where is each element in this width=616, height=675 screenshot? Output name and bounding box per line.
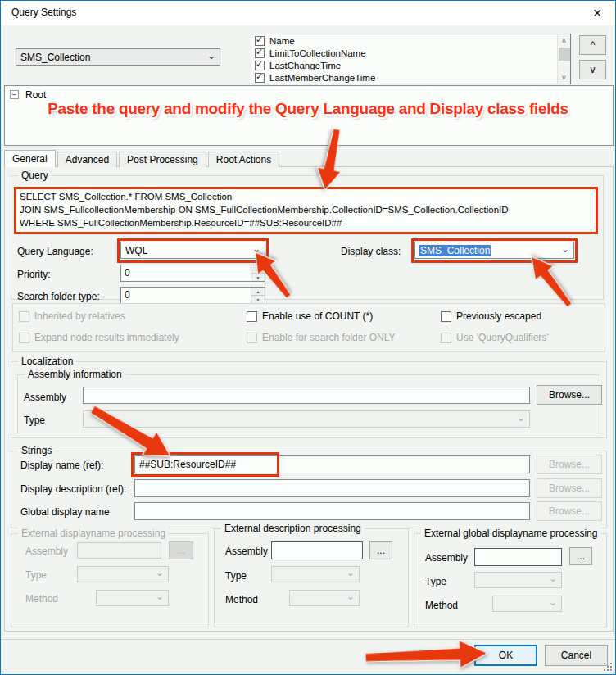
assembly-browse-button[interactable]: Browse... [537, 385, 602, 405]
checkbox-checked-icon[interactable]: ✓ [255, 73, 265, 83]
list-item-label: LastMemberChangeTime [270, 73, 375, 83]
scrollbar-thumb[interactable] [559, 48, 570, 61]
query-line: SELECT SMS_Collection.* FROM SMS_Collect… [20, 190, 592, 203]
search-folder-type-label: Search folder type: [17, 291, 100, 302]
external-displayname-group-label: External displayname processing [18, 528, 169, 539]
move-down-button[interactable]: v [579, 60, 606, 79]
checkbox-label: Inherited by relatives [34, 310, 125, 322]
assembly-field [77, 542, 161, 559]
display-class-label: Display class: [341, 246, 401, 257]
type-select: ⌄ [474, 572, 562, 588]
type-label: Type [425, 576, 446, 587]
display-description-ref-field[interactable] [134, 479, 530, 497]
query-text-input[interactable]: SELECT SMS_Collection.* FROM SMS_Collect… [14, 187, 598, 234]
search-folder-type-stepper[interactable]: 0 ▲ ▼ [120, 287, 265, 304]
global-display-name-label: Global display name [20, 506, 110, 518]
close-icon[interactable]: ✕ [579, 1, 615, 25]
move-up-button[interactable]: ^ [579, 35, 606, 55]
footer-divider [1, 639, 616, 640]
method-label: Method [25, 593, 58, 605]
assembly-label: Assembly [225, 546, 268, 557]
class-select[interactable]: SMS_Collection ⌄ [16, 48, 220, 66]
assembly-label: Assembly [24, 392, 66, 403]
property-list[interactable]: ✓ Name ✓ LimitToCollectionName ✓ LastCha… [251, 34, 571, 84]
class-select-value: SMS_Collection [20, 52, 90, 63]
scrollbar[interactable]: ˄ ˅ [557, 34, 570, 84]
cancel-button[interactable]: Cancel [545, 645, 608, 666]
list-item-label: Name [270, 36, 295, 46]
priority-stepper[interactable]: 0 ▲ ▼ [120, 265, 265, 282]
type-select: ⌄ [83, 410, 530, 428]
spin-down-icon[interactable]: ▼ [251, 296, 265, 303]
highlight-box-display-class [411, 238, 578, 263]
title-bar[interactable]: Query Settings ✕ [1, 1, 615, 25]
checkbox-use-queryqualifiers: Use 'QueryQualifiers' [441, 332, 549, 343]
tab-general[interactable]: General [4, 150, 56, 167]
checkbox-icon [19, 311, 29, 322]
list-item-label: LastChangeTime [270, 61, 341, 70]
scroll-down-icon[interactable]: ˅ [558, 71, 570, 84]
global-display-name-field[interactable] [134, 502, 530, 520]
checkbox-label: Expand node results immediately [34, 332, 179, 343]
checkbox-previously-escaped[interactable]: Previously escaped [441, 310, 541, 322]
display-description-ref-label: Display description (ref): [20, 483, 126, 495]
assembly-ellipsis-button[interactable]: ... [369, 541, 392, 559]
priority-label: Priority: [17, 269, 51, 280]
query-line: WHERE SMS_FullCollectionMembership.Resou… [20, 216, 592, 229]
tab-strip: General Advanced Post Processing Root Ac… [4, 150, 281, 167]
display-name-ref-label: Display name (ref): [20, 460, 103, 471]
list-item[interactable]: ✓ LastMemberChangeTime [251, 71, 570, 84]
checkbox-checked-icon[interactable]: ✓ [255, 36, 265, 46]
localization-group-label: Localization [18, 356, 76, 367]
assembly-information-label: Assembly information [25, 369, 125, 380]
spin-up-icon[interactable]: ▲ [251, 288, 265, 296]
global-display-name-browse-button: Browse... [537, 501, 602, 521]
strings-group-label: Strings [18, 445, 55, 456]
list-item[interactable]: ✓ LimitToCollectionName [251, 47, 570, 59]
scroll-up-icon[interactable]: ˄ [558, 34, 570, 47]
search-folder-type-value: 0 [121, 288, 251, 303]
list-item[interactable]: ✓ Name [251, 34, 570, 47]
query-line: JOIN SMS_FullcollectionMembership ON SMS… [20, 203, 592, 216]
checkbox-enable-count[interactable]: Enable use of COUNT (*) [247, 310, 373, 322]
tree-collapse-icon[interactable]: − [10, 90, 19, 99]
tree-root-node[interactable]: Root [25, 89, 46, 101]
checkbox-icon [247, 333, 257, 343]
type-label: Type [225, 570, 247, 582]
checkbox-checked-icon[interactable]: ✓ [255, 48, 265, 58]
query-language-label: Query Language: [17, 246, 93, 257]
checkbox-expand-node-results: Expand node results immediately [19, 332, 179, 343]
method-label: Method [225, 594, 258, 605]
checkbox-inherited-by-relatives: Inherited by relatives [19, 310, 125, 322]
checkbox-icon [19, 333, 29, 343]
assembly-label: Assembly [25, 546, 68, 557]
checkbox-checked-icon[interactable]: ✓ [255, 61, 265, 70]
window-title: Query Settings [11, 7, 76, 18]
method-select: ⌄ [96, 590, 169, 606]
assembly-field[interactable] [474, 548, 562, 566]
tab-post-processing[interactable]: Post Processing [119, 152, 206, 167]
list-item-label: LimitToCollectionName [270, 48, 366, 58]
list-item[interactable]: ✓ LastChangeTime [251, 59, 570, 71]
assembly-ellipsis-button: ... [169, 541, 193, 559]
checkbox-icon[interactable] [247, 311, 257, 322]
type-label: Type [24, 415, 45, 426]
type-select: ⌄ [271, 566, 360, 582]
tab-advanced[interactable]: Advanced [57, 152, 117, 167]
method-select: ⌄ [492, 596, 562, 612]
checkbox-icon[interactable] [441, 311, 451, 322]
assembly-ellipsis-button[interactable]: ... [569, 547, 592, 565]
tab-root-actions[interactable]: Root Actions [208, 152, 279, 167]
assembly-label: Assembly [425, 552, 468, 564]
assembly-field[interactable] [83, 387, 530, 404]
checkbox-label: Previously escaped [456, 310, 541, 322]
external-global-displayname-group-label: External global displayname processing [421, 528, 600, 539]
assembly-field[interactable] [271, 541, 363, 559]
external-description-group-label: External description processing [221, 523, 365, 534]
resize-grip[interactable] [604, 663, 605, 664]
priority-value: 0 [121, 265, 251, 281]
checkbox-label: Use 'QueryQualifiers' [456, 332, 549, 343]
display-name-browse-button: Browse... [537, 455, 602, 474]
annotation-text: Paste the query and modify the Query Lan… [1, 100, 615, 118]
display-description-browse-button: Browse... [537, 478, 602, 498]
